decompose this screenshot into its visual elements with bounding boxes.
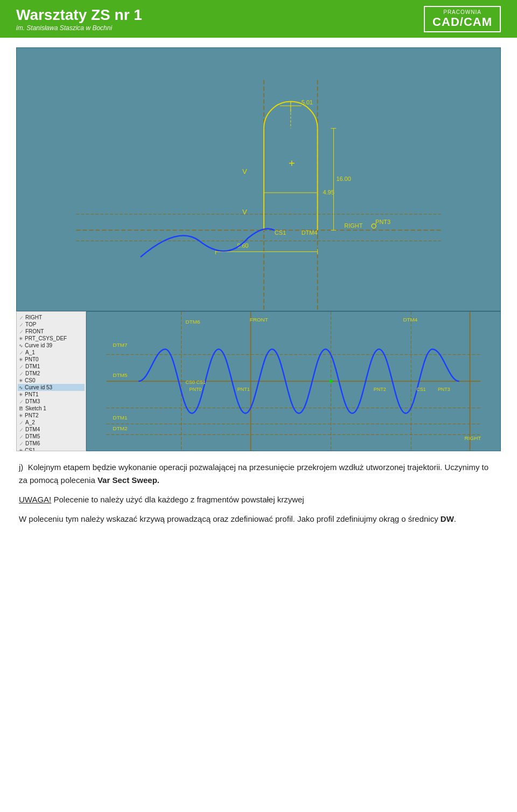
tree-item-icon: ⟋ [19,427,24,432]
svg-text:16.00: 16.00 [336,176,351,182]
tree-item[interactable]: ⟋DTM1 [18,363,85,370]
svg-text:PNT3: PNT3 [438,387,450,392]
para1-text: Kolejnym etapem będzie wykonanie operacj… [19,463,488,485]
svg-text:V: V [242,208,247,216]
tree-item[interactable]: ⟋DTM5 [18,433,85,440]
tree-item-label: Sketch 1 [25,405,46,411]
tree-item-icon: ✳ [19,413,23,418]
svg-text:DTM7: DTM7 [113,342,128,348]
tree-item-icon: ⟋ [19,420,24,425]
tree-item-icon: ⟋ [19,399,24,404]
tree-item[interactable]: ⟋RIGHT [18,314,85,321]
para3-text: W poleceniu tym należy wskazać krzywą pr… [19,514,441,523]
tree-item[interactable]: ✳PNT0 [18,356,85,363]
tree-item[interactable]: ✳CS1 [18,447,85,451]
uwaga-label: UWAGA! [19,495,51,504]
cad-top-svg: 5.01 4.95 16.00 V V 9.60 [17,48,500,311]
tree-item[interactable]: 🖹Sketch 1 [18,405,85,412]
svg-text:5.01: 5.01 [302,99,313,106]
tree-item[interactable]: ⟋FRONT [18,328,85,335]
tree-item-icon: ⟋ [19,329,24,334]
tree-item-icon: ⟋ [19,322,24,327]
var-sect-sweep: Var Sect Sweep. [97,475,159,485]
tree-item[interactable]: ⟋DTM4 [18,426,85,433]
tree-item-label: CS1 [25,447,35,451]
tree-item[interactable]: ⟋A_1 [18,349,85,356]
logo-top-text: PRACOWNIA [432,9,492,15]
tree-item[interactable]: ✳PNT1 [18,391,85,398]
tree-item-label: FRONT [25,328,44,334]
svg-text:PNT2: PNT2 [374,387,386,392]
cad-bottom-row: ⟋RIGHT⟋TOP⟋FRONT✳PRT_CSYS_DEF∿Curve id 3… [16,311,501,451]
svg-text:PNT3: PNT3 [375,219,390,225]
tree-item-icon: ∿ [19,385,23,390]
svg-text:DTM1: DTM1 [113,415,128,421]
tree-item[interactable]: ⟋TOP [18,321,85,328]
svg-text:DTM6: DTM6 [186,319,200,325]
tree-item-icon: ✳ [19,448,23,452]
svg-text:DTM4: DTM4 [302,229,318,236]
tree-item-label: DTM4 [25,426,40,432]
tree-item-label: DTM3 [25,398,40,404]
tree-item[interactable]: ⟋A_2 [18,419,85,426]
tree-item-icon: ∿ [19,343,23,348]
header-title: Warsztaty ZS nr 1 [16,6,142,24]
tree-item[interactable]: ∿Curve id 53 [18,384,85,391]
svg-text:RIGHT: RIGHT [465,435,481,441]
tree-item-label: A_2 [25,419,35,425]
tree-panel: ⟋RIGHT⟋TOP⟋FRONT✳PRT_CSYS_DEF∿Curve id 3… [16,311,86,451]
svg-text:V: V [242,167,247,176]
tree-item-label: DTM5 [25,433,40,439]
para2-text: Polecenie to należy użyć dla każdego z f… [53,495,304,504]
tree-item-icon: ✳ [19,378,23,383]
tree-item-label: RIGHT [25,314,42,320]
dw-bold: DW [441,514,454,523]
tree-item[interactable]: ⟋DTM3 [18,398,85,405]
tree-item-label: Curve id 53 [25,384,52,390]
svg-text:DTM5: DTM5 [113,372,128,378]
tree-item-label: PNT2 [25,412,39,418]
header-subtitle: im. Stanisława Staszica w Bochni [16,24,142,32]
svg-text:4.95: 4.95 [323,189,334,195]
tree-item[interactable]: ∿Curve id 39 [18,342,85,349]
tree-item-icon: ✳ [19,336,23,341]
tree-item-label: DTM1 [25,363,40,369]
tree-item-label: CS0 [25,377,35,383]
tree-item-label: TOP [25,321,36,327]
tree-item-icon: ⟋ [19,364,24,369]
paragraph-3: W poleceniu tym należy wskazać krzywą pr… [19,513,498,526]
svg-text:DTM2: DTM2 [113,425,128,431]
main-content: 5.01 4.95 16.00 V V 9.60 [0,38,517,548]
tree-item-label: DTM6 [25,440,40,446]
tree-item-icon: ✳ [19,392,23,397]
tree-item[interactable]: ✳PRT_CSYS_DEF [18,335,85,342]
wave-svg: DTM6 DTM7 DTM5 DTM1 DTM2 FRONT DTM4 CS0 … [87,312,500,451]
svg-rect-0 [33,48,484,311]
tree-item-label: DTM2 [25,370,40,376]
tree-item[interactable]: ✳CS0 [18,377,85,384]
paragraph-j: j) Kolejnym etapem będzie wykonanie oper… [19,461,498,487]
svg-text:DTM4: DTM4 [403,317,417,323]
tree-item-icon: ✳ [19,357,23,362]
j-label: j) [19,463,23,472]
tree-item-icon: ⟋ [19,441,24,446]
tree-item-label: PNT0 [25,356,39,362]
svg-text:FRONT: FRONT [250,317,268,323]
header-logo: PRACOWNIA CAD/CAM [424,6,501,32]
tree-item[interactable]: ✳PNT2 [18,412,85,419]
cad-viewport: 5.01 4.95 16.00 V V 9.60 [16,47,501,451]
tree-item[interactable]: ⟋DTM6 [18,440,85,447]
tree-item-label: Curve id 39 [25,342,52,348]
tree-item[interactable]: ⟋DTM2 [18,370,85,377]
tree-item-icon: ⟋ [19,350,24,355]
svg-text:PNT1: PNT1 [237,387,250,392]
cad-top-panel: 5.01 4.95 16.00 V V 9.60 [16,47,501,311]
tree-item-icon: ⟋ [19,434,24,439]
header-text-block: Warsztaty ZS nr 1 im. Stanisława Staszic… [16,6,142,32]
text-section: j) Kolejnym etapem będzie wykonanie oper… [16,461,501,526]
para3-end: . [454,514,456,523]
svg-text:CS1: CS1 [416,387,425,392]
tree-item-label: PRT_CSYS_DEF [25,335,67,341]
svg-text:CS0 CS1: CS0 CS1 [186,380,206,385]
logo-main-text: CAD/CAM [432,15,492,29]
